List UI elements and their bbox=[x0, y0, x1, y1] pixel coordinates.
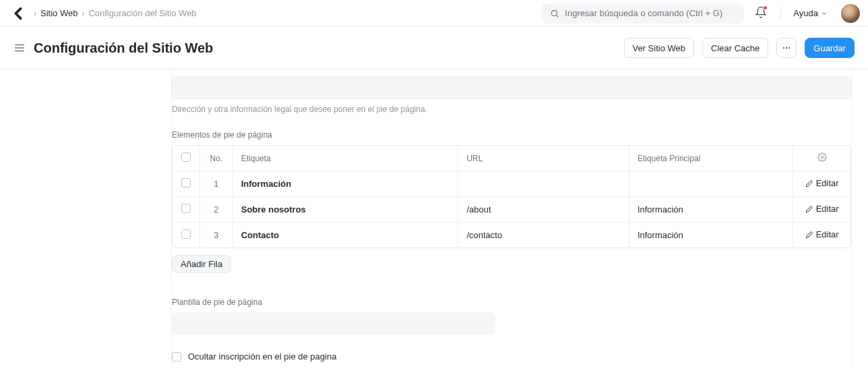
select-all-header bbox=[173, 146, 200, 171]
row-url[interactable] bbox=[458, 171, 629, 197]
main-panel: Dirección y otra información legal que d… bbox=[155, 69, 868, 371]
svg-point-6 bbox=[786, 47, 787, 49]
row-no: 2 bbox=[200, 197, 233, 223]
search-placeholder: Ingresar búsqueda o comando (Ctrl + G) bbox=[565, 8, 722, 18]
help-menu[interactable]: Ayuda bbox=[789, 8, 832, 18]
svg-point-5 bbox=[783, 47, 784, 49]
breadcrumb-current: Configuración del Sitio Web bbox=[88, 8, 196, 18]
hide-subscription-row: Ocultar inscripción en el pie de pagina bbox=[172, 351, 851, 362]
footer-items-label: Elementos de pie de página bbox=[172, 130, 851, 140]
select-all-checkbox[interactable] bbox=[181, 152, 191, 162]
edit-row-button[interactable]: Editar bbox=[805, 229, 839, 239]
table-row[interactable]: 1 Información Editar bbox=[173, 171, 850, 197]
breadcrumb: › Sitio Web › Configuración del Sitio We… bbox=[34, 8, 197, 18]
chevron-down-icon bbox=[821, 10, 828, 17]
gear-icon bbox=[817, 152, 827, 162]
svg-point-8 bbox=[821, 156, 824, 159]
notifications-button[interactable] bbox=[755, 6, 767, 20]
table-row[interactable]: 3 Contacto /contacto Información Editar bbox=[173, 223, 850, 248]
footer-template-input[interactable] bbox=[172, 312, 495, 335]
svg-line-1 bbox=[557, 15, 559, 17]
address-help-text: Dirección y otra información legal que d… bbox=[172, 105, 851, 114]
row-url[interactable]: /contacto bbox=[458, 223, 629, 248]
add-row-button[interactable]: Añadir Fila bbox=[172, 255, 231, 273]
row-no: 3 bbox=[200, 223, 233, 248]
edit-icon bbox=[805, 205, 813, 213]
edit-label: Editar bbox=[816, 204, 839, 214]
chevron-right-icon: › bbox=[82, 9, 84, 18]
page-header: Configuración del Sitio Web Ver Sitio We… bbox=[0, 27, 868, 69]
edit-label: Editar bbox=[816, 178, 839, 188]
edit-row-button[interactable]: Editar bbox=[805, 178, 839, 188]
sidebar-toggle[interactable] bbox=[13, 42, 26, 54]
view-site-button[interactable]: Ver Sitio Web bbox=[624, 38, 695, 58]
breadcrumb-level1[interactable]: Sitio Web bbox=[40, 8, 78, 18]
row-label[interactable]: Información bbox=[232, 171, 458, 197]
row-parent[interactable] bbox=[629, 171, 793, 197]
chevron-right-icon: › bbox=[34, 9, 36, 18]
row-checkbox[interactable] bbox=[181, 204, 191, 213]
row-label[interactable]: Contacto bbox=[232, 223, 458, 248]
divider bbox=[780, 7, 781, 20]
page-title: Configuración del Sitio Web bbox=[34, 40, 213, 56]
column-settings[interactable] bbox=[793, 146, 850, 171]
edit-icon bbox=[805, 231, 813, 239]
row-parent[interactable]: Información bbox=[629, 223, 793, 248]
column-parent: Etiqueta Principal bbox=[629, 146, 793, 171]
table-row[interactable]: 2 Sobre nosotros /about Información Edit… bbox=[173, 197, 850, 223]
app-logo[interactable] bbox=[8, 6, 28, 21]
content-area: Dirección y otra información legal que d… bbox=[0, 69, 868, 371]
column-no: No. bbox=[200, 146, 233, 171]
hide-subscription-checkbox[interactable] bbox=[172, 352, 181, 362]
left-gutter bbox=[0, 69, 155, 371]
topbar: › Sitio Web › Configuración del Sitio We… bbox=[0, 0, 868, 27]
column-url: URL bbox=[458, 146, 629, 171]
clear-cache-button[interactable]: Clear Cache bbox=[702, 38, 768, 58]
row-checkbox[interactable] bbox=[181, 178, 191, 188]
column-label: Etiqueta bbox=[232, 146, 458, 171]
row-parent[interactable]: Información bbox=[629, 197, 793, 223]
edit-row-button[interactable]: Editar bbox=[805, 204, 839, 214]
avatar[interactable] bbox=[841, 4, 860, 23]
address-field[interactable] bbox=[172, 76, 851, 99]
table-header-row: No. Etiqueta URL Etiqueta Principal bbox=[173, 146, 850, 171]
menu-icon bbox=[13, 42, 26, 54]
row-checkbox[interactable] bbox=[181, 229, 191, 239]
edit-icon bbox=[805, 179, 813, 188]
row-url[interactable]: /about bbox=[458, 197, 629, 223]
svg-point-7 bbox=[788, 47, 790, 49]
form-card: Dirección y otra información legal que d… bbox=[171, 69, 852, 371]
save-button[interactable]: Guardar bbox=[805, 38, 855, 58]
search-icon bbox=[550, 9, 559, 18]
row-no: 1 bbox=[200, 171, 233, 197]
search-input[interactable]: Ingresar búsqueda o comando (Ctrl + G) bbox=[542, 3, 744, 24]
row-label[interactable]: Sobre nosotros bbox=[232, 197, 458, 223]
footer-template-label: Plantilla de pie de página bbox=[172, 297, 851, 307]
svg-point-0 bbox=[552, 10, 557, 16]
hide-subscription-label: Ocultar inscripción en el pie de pagina bbox=[188, 351, 336, 362]
more-button[interactable] bbox=[776, 38, 797, 58]
help-label: Ayuda bbox=[793, 8, 818, 18]
footer-items-table: No. Etiqueta URL Etiqueta Principal bbox=[172, 145, 851, 248]
more-icon bbox=[782, 43, 791, 53]
edit-label: Editar bbox=[816, 229, 839, 239]
